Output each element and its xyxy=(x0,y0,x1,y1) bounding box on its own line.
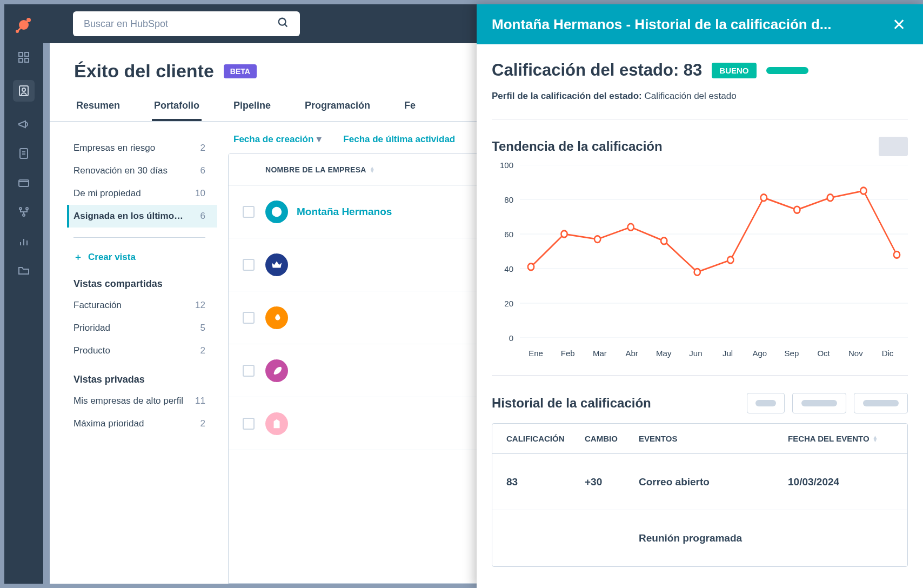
company-icon xyxy=(265,253,288,276)
trend-chart: 100806040200 xyxy=(492,165,908,338)
detail-panel: Montaña Hermanos - Historial de la calif… xyxy=(477,4,923,588)
x-tick: Jun xyxy=(680,349,712,358)
hcol-events[interactable]: EVENTOS xyxy=(639,434,788,443)
contacts-icon[interactable] xyxy=(13,80,35,102)
y-tick: 40 xyxy=(504,264,513,273)
beta-badge: BETA xyxy=(224,64,257,78)
history-buttons xyxy=(747,393,908,413)
company-name[interactable]: Montaña Hermanos xyxy=(297,206,392,217)
svg-point-35 xyxy=(694,269,700,276)
create-view-label: Crear vista xyxy=(88,252,136,263)
nav-sidebar xyxy=(4,4,43,584)
hcol-change[interactable]: CAMBIO xyxy=(585,434,639,443)
view-item[interactable]: Empresas en riesgo2 xyxy=(67,137,217,159)
sort-icon: ▲▼ xyxy=(873,436,878,442)
x-tick: Dic xyxy=(872,349,904,358)
score-badge: BUENO xyxy=(712,63,756,78)
x-tick: Ago xyxy=(744,349,775,358)
svg-point-36 xyxy=(727,257,733,264)
search-icon[interactable] xyxy=(277,17,289,31)
history-table: CALIFICACIÓN CAMBIO EVENTOS FECHA DEL EV… xyxy=(492,423,908,567)
history-filter-3[interactable] xyxy=(854,393,908,413)
view-item[interactable]: Facturación12 xyxy=(67,294,217,317)
panel-title: Montaña Hermanos - Historial de la calif… xyxy=(492,16,890,33)
grid-icon[interactable] xyxy=(17,51,30,64)
profile-line: Perfil de la calificación del estado: Ca… xyxy=(492,91,908,102)
svg-rect-14 xyxy=(19,180,29,186)
row-checkbox[interactable] xyxy=(243,418,255,430)
view-item[interactable]: Renovación en 30 días6 xyxy=(67,159,217,182)
tab-portafolio[interactable]: Portafolio xyxy=(152,92,202,121)
svg-point-38 xyxy=(794,206,800,213)
x-tick: Nov xyxy=(840,349,872,358)
tab-pipeline[interactable]: Pipeline xyxy=(231,92,273,121)
megaphone-icon[interactable] xyxy=(17,118,30,131)
row-checkbox[interactable] xyxy=(243,365,255,377)
chevron-down-icon: ▾ xyxy=(317,133,322,145)
row-checkbox[interactable] xyxy=(243,259,255,271)
filter-last-activity[interactable]: Fecha de última actividad xyxy=(343,133,455,145)
view-item[interactable]: Prioridad5 xyxy=(67,317,217,339)
history-filter-2[interactable] xyxy=(792,393,846,413)
score-bar xyxy=(766,67,808,74)
x-tick: Oct xyxy=(808,349,840,358)
wallet-icon[interactable] xyxy=(17,176,30,189)
hubspot-logo-icon[interactable] xyxy=(14,15,34,35)
row-checkbox[interactable] xyxy=(243,206,255,218)
create-view-button[interactable]: ＋ Crear vista xyxy=(67,248,217,266)
svg-point-41 xyxy=(894,251,900,258)
private-views-title: Vistas privadas xyxy=(67,362,217,390)
search-input[interactable] xyxy=(84,18,277,30)
views-panel: Empresas en riesgo2Renovación en 30 días… xyxy=(50,122,217,584)
company-icon xyxy=(265,306,288,329)
view-item[interactable]: Asignada en los últimos 30 dí...6 xyxy=(67,205,217,228)
company-icon xyxy=(265,412,288,435)
svg-point-33 xyxy=(628,224,634,231)
tab-programación[interactable]: Programación xyxy=(303,92,372,121)
x-tick: Mar xyxy=(584,349,616,358)
hcol-cal[interactable]: CALIFICACIÓN xyxy=(506,434,585,443)
folder-icon[interactable] xyxy=(17,264,30,277)
history-header: CALIFICACIÓN CAMBIO EVENTOS FECHA DEL EV… xyxy=(492,424,907,454)
svg-point-34 xyxy=(661,238,667,245)
history-row[interactable]: 83 +30 Correo abierto 10/03/2024 xyxy=(492,454,907,510)
history-title: Historial de la calificación xyxy=(492,396,651,411)
trend-title: Tendencia de la calificación xyxy=(492,139,663,154)
tab-fe[interactable]: Fe xyxy=(402,92,418,121)
search-box[interactable] xyxy=(73,11,300,36)
close-icon[interactable]: ✕ xyxy=(890,13,908,36)
y-tick: 80 xyxy=(504,195,513,204)
svg-rect-6 xyxy=(25,52,29,56)
trend-filter-button[interactable] xyxy=(879,137,908,156)
divider xyxy=(73,237,205,238)
history-filter-1[interactable] xyxy=(747,393,785,413)
divider xyxy=(492,119,908,119)
svg-line-22 xyxy=(285,24,287,27)
shared-views-title: Vistas compartidas xyxy=(67,266,217,294)
filter-created[interactable]: Fecha de creación ▾ xyxy=(233,133,322,145)
svg-point-37 xyxy=(761,195,767,202)
svg-point-15 xyxy=(19,208,22,210)
view-item[interactable]: Mis empresas de alto perfil11 xyxy=(67,390,217,412)
x-tick: Feb xyxy=(552,349,584,358)
document-icon[interactable] xyxy=(17,147,30,160)
svg-point-21 xyxy=(279,18,286,25)
hcol-date[interactable]: FECHA DEL EVENTO▲▼ xyxy=(788,434,893,443)
view-item[interactable]: Producto2 xyxy=(67,339,217,362)
tab-resumen[interactable]: Resumen xyxy=(74,92,122,121)
svg-point-40 xyxy=(860,188,866,195)
sort-icon: ▲▼ xyxy=(370,166,375,173)
plus-icon: ＋ xyxy=(73,251,83,263)
view-item[interactable]: De mi propiedad10 xyxy=(67,182,217,205)
reports-icon[interactable] xyxy=(17,235,30,248)
svg-point-17 xyxy=(23,214,25,216)
svg-point-30 xyxy=(528,264,534,271)
history-row[interactable]: Reunión programada xyxy=(492,510,907,566)
view-item[interactable]: Máxima prioridad2 xyxy=(67,412,217,435)
panel-body: Calificación del estado: 83 BUENO Perfil… xyxy=(477,44,923,588)
y-tick: 100 xyxy=(500,161,513,170)
y-tick: 20 xyxy=(504,299,513,308)
workflow-icon[interactable] xyxy=(17,205,30,218)
row-checkbox[interactable] xyxy=(243,312,255,324)
y-tick: 0 xyxy=(509,333,513,343)
